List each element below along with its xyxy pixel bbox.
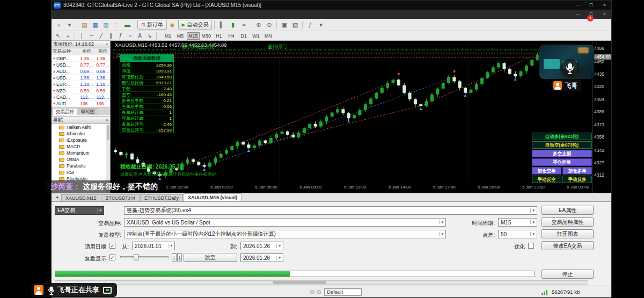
- auto-trading-button[interactable]: ▶自动交易: [178, 20, 213, 30]
- navigator-item[interactable]: OsMA: [52, 156, 110, 163]
- timeframe-mn-button[interactable]: MN: [262, 32, 274, 40]
- maximize-button[interactable]: □: [584, 1, 598, 9]
- market-watch-row[interactable]: ▲CAD...112....112....: [52, 94, 110, 100]
- zoom-in-icon[interactable]: ⊕: [253, 20, 264, 30]
- new-chart-icon[interactable]: ＋: [54, 20, 64, 30]
- trade-button[interactable]: 手动反多: [562, 176, 592, 183]
- market-watch-icon[interactable]: ▦: [90, 20, 100, 30]
- bar-chart-icon[interactable]: ▍: [217, 20, 227, 30]
- market-watch-tab[interactable]: 即时图: [78, 108, 98, 115]
- chart-tab[interactable]: BTCUSDT,H4: [101, 194, 140, 201]
- visual-speed-slider[interactable]: [120, 256, 169, 258]
- arrow-tool-icon[interactable]: ↘: [145, 32, 154, 40]
- visual-mode-checkbox[interactable]: ✓: [109, 255, 115, 260]
- optimize-checkbox[interactable]: [528, 243, 534, 249]
- candlestick-icon[interactable]: ▮: [228, 20, 238, 30]
- tester-mode-select[interactable]: EA交易 ▾: [55, 206, 104, 215]
- market-watch-row[interactable]: ▲AUD...0.69...0.69...: [52, 68, 110, 75]
- price-scale[interactable]: 4454.89 44664450443544204404438943734358…: [592, 41, 611, 193]
- ea-properties-button[interactable]: EA属性: [541, 206, 594, 215]
- zoom-out-icon[interactable]: ⊖: [264, 20, 274, 30]
- ea-select[interactable]: 惠赢-趋势交易系统(39).ex4 ▾: [124, 206, 537, 215]
- timeframe-w1-button[interactable]: W1: [250, 32, 262, 40]
- trade-button[interactable]: 多空止损: [532, 150, 592, 157]
- symbol-properties-button[interactable]: 交易品种属性: [541, 217, 594, 227]
- templates-dropdown-icon[interactable]: ▾: [316, 20, 326, 30]
- horizontal-line-icon[interactable]: ─: [87, 32, 96, 40]
- channel-icon[interactable]: ∥: [106, 32, 115, 40]
- trade-button[interactable]: 自动空(余973轮): [532, 141, 592, 149]
- modify-ea-button[interactable]: 修改EA交易: [541, 241, 594, 250]
- model-select[interactable]: 控制点(基于最近的小一级时段内的12个控制点的分形插值计算) ▾: [124, 230, 446, 238]
- chart-tab[interactable]: XAUUSD,M15: [61, 194, 101, 201]
- indicators-icon[interactable]: ƒ: [305, 20, 315, 30]
- vertical-line-icon[interactable]: │: [77, 32, 86, 40]
- text-label-icon[interactable]: A: [135, 32, 144, 40]
- title-bar[interactable]: GTC 3042340: GTCGlobalSA-Live 2 - GTC Gl…: [52, 1, 611, 10]
- chart-tab[interactable]: XAUUSD,M15 (visual): [184, 193, 241, 201]
- cascade-windows-icon[interactable]: ▧: [290, 20, 300, 30]
- horizontal-scrollbar[interactable]: [55, 280, 588, 285]
- pause-button[interactable]: |: [172, 253, 177, 261]
- scrollbar-thumb[interactable]: [107, 125, 109, 140]
- tab-scroll-left-icon[interactable]: ◄: [53, 195, 61, 200]
- trade-button[interactable]: 加仓多单: [562, 167, 592, 175]
- skip-to-button[interactable]: 跳至: [184, 253, 237, 262]
- spread-select[interactable]: 50 ▾: [498, 230, 537, 238]
- trendline-icon[interactable]: ╱: [97, 32, 106, 40]
- navigator-item[interactable]: RSI: [52, 169, 110, 176]
- stop-button[interactable]: 停止: [541, 270, 594, 279]
- market-watch-row[interactable]: ▼AUD...106....106....: [52, 100, 110, 107]
- chart-area[interactable]: XAUUSD,M15 4453.52 4457.65 4452.63 4454.…: [111, 41, 611, 193]
- trade-button[interactable]: 平仓挂单: [532, 158, 592, 166]
- trade-button[interactable]: 手动反空: [532, 176, 561, 183]
- timeframe-d1-button[interactable]: D1: [238, 32, 250, 40]
- metaeditor-icon[interactable]: ◆: [167, 20, 178, 30]
- trade-button[interactable]: 加仓空单: [532, 167, 561, 175]
- shapes-icon[interactable]: ○: [126, 32, 135, 40]
- new-order-button[interactable]: ⊞新订单: [137, 20, 167, 30]
- step-button[interactable]: |: [177, 253, 182, 261]
- navigator-item[interactable]: iExposure: [52, 137, 110, 143]
- timeframe-h1-button[interactable]: H1: [213, 32, 225, 40]
- to-date-select[interactable]: 2026.01.26 ▾: [240, 242, 283, 250]
- navigator-icon[interactable]: ≡: [112, 20, 122, 30]
- period-select[interactable]: M15 ▾: [498, 218, 537, 227]
- close-icon[interactable]: ×: [106, 118, 108, 122]
- market-watch-tab[interactable]: 交易品种: [53, 108, 77, 115]
- market-watch-row[interactable]: ▲EUR...1.18...1.18...: [52, 81, 110, 88]
- market-watch-row[interactable]: ▼USD...0.77...0.77...: [52, 62, 110, 68]
- symbol-select[interactable]: XAUUSD, Gold vs US Dollar / Spot ▾: [124, 218, 446, 227]
- chart-minimize-button[interactable]: ─: [571, 11, 584, 18]
- scrollbar-thumb[interactable]: [273, 281, 326, 284]
- minimize-button[interactable]: ─: [571, 1, 584, 9]
- from-date-select[interactable]: 2026.01.01 ▾: [132, 242, 175, 250]
- timeframe-m1-button[interactable]: M1: [162, 32, 174, 40]
- chart-close-button[interactable]: ×: [598, 11, 611, 18]
- market-watch-row[interactable]: ▼NZD...0.59...0.59...: [52, 88, 110, 94]
- open-chart-button[interactable]: 打开图表: [541, 229, 594, 238]
- close-button[interactable]: ×: [598, 1, 611, 9]
- screen-share-bar[interactable]: 飞哥正在共享: [31, 283, 117, 297]
- skip-date-select[interactable]: 2026.01.26 ▾: [240, 253, 283, 262]
- cursor-icon[interactable]: ↖: [54, 32, 63, 40]
- timeframe-h4-button[interactable]: H4: [225, 32, 237, 40]
- timeframe-m15-button[interactable]: M15: [187, 32, 200, 40]
- chart-list-dropdown-icon[interactable]: ▾: [64, 20, 75, 30]
- navigator-item[interactable]: Ichimoku: [52, 130, 110, 137]
- line-chart-icon[interactable]: ≈: [238, 20, 248, 30]
- timeframe-m30-button[interactable]: M30: [200, 32, 213, 40]
- market-watch-row[interactable]: ▲USD...1.36...1.36...: [52, 75, 110, 81]
- navigator-item[interactable]: Parabolic: [52, 163, 110, 169]
- fibonacci-icon[interactable]: ƒ: [116, 32, 125, 40]
- navigator-item[interactable]: MACD: [52, 143, 110, 150]
- navigator-item[interactable]: Momentum: [52, 150, 110, 156]
- market-watch-row[interactable]: ▼GBP...1.36...1.36...: [52, 55, 110, 62]
- navigator-item[interactable]: Heiken Ashi: [52, 124, 110, 130]
- chart-tab[interactable]: ETHUSDT,Daily: [140, 194, 183, 201]
- close-icon[interactable]: ×: [106, 42, 108, 47]
- profiles-icon[interactable]: ▤: [79, 20, 90, 30]
- tile-windows-icon[interactable]: ▣: [279, 20, 289, 30]
- trade-button[interactable]: 自动多(余923轮): [532, 133, 592, 140]
- price-chart[interactable]: ▲▲▲▲▼▲▼▲▲▼ #246 buy 0.01 最小移动止损线:.... 盈利…: [113, 43, 592, 182]
